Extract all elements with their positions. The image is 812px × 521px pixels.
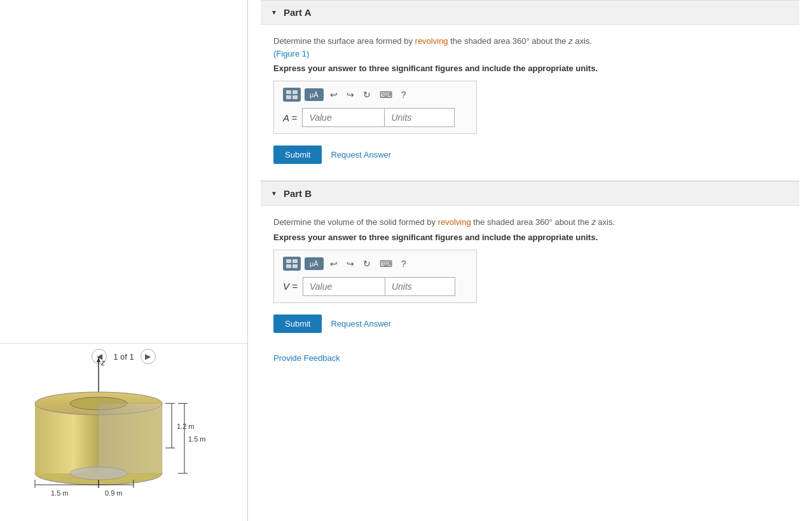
part-a-request-link[interactable]: Request Answer bbox=[331, 150, 391, 159]
svg-rect-2 bbox=[286, 95, 291, 99]
part-b-redo-button[interactable]: ↪ bbox=[344, 257, 357, 270]
part-a-text-1: Determine the surface area formed by rev… bbox=[273, 36, 592, 46]
part-b-text-1: Determine the volume of the solid formed… bbox=[273, 217, 615, 227]
part-a-submit-button[interactable]: Submit bbox=[273, 145, 322, 164]
part-b-request-link[interactable]: Request Answer bbox=[331, 319, 391, 328]
part-a-text-button[interactable]: μÂ bbox=[305, 88, 324, 101]
part-a-instruction: Express your answer to three significant… bbox=[273, 64, 787, 73]
part-b-input-row: V = bbox=[283, 277, 467, 296]
part-b-units-input[interactable] bbox=[385, 277, 455, 296]
part-a-keyboard-button[interactable]: ⌨ bbox=[377, 88, 395, 101]
part-a-header: ▼ Part A bbox=[261, 0, 799, 25]
part-a-content: Determine the surface area formed by rev… bbox=[261, 25, 799, 174]
part-a-answer-box: μÂ ↩ ↪ ↻ ⌨ ? A = bbox=[273, 81, 477, 134]
part-a-value-input[interactable] bbox=[302, 108, 385, 127]
part-b-help-button[interactable]: ? bbox=[399, 257, 409, 270]
part-b-content: Determine the volume of the solid formed… bbox=[261, 206, 799, 343]
matrix-icon bbox=[286, 90, 298, 99]
dim-label-12m: 1.2 m bbox=[177, 423, 195, 430]
part-a-action-row: Submit Request Answer bbox=[273, 145, 787, 164]
part-a-input-row: A = bbox=[283, 108, 467, 127]
part-b-problem-text: Determine the volume of the solid formed… bbox=[273, 216, 787, 229]
part-b-undo-button[interactable]: ↩ bbox=[327, 257, 340, 270]
shaded-section bbox=[99, 403, 162, 473]
matrix-icon-b bbox=[286, 259, 298, 268]
figure-svg: z 1.2 m 1.5 m bbox=[13, 356, 223, 502]
z-axis-arrow bbox=[97, 357, 100, 362]
part-a-refresh-button[interactable]: ↻ bbox=[361, 88, 373, 101]
z-axis-label: z bbox=[100, 358, 106, 367]
part-b-value-input[interactable] bbox=[303, 277, 385, 296]
part-b-submit-button[interactable]: Submit bbox=[273, 315, 322, 333]
part-b-text-button[interactable]: μÂ bbox=[305, 257, 324, 270]
part-b-action-row: Submit Request Answer bbox=[273, 315, 787, 333]
part-a-help-button[interactable]: ? bbox=[399, 88, 409, 101]
svg-rect-0 bbox=[286, 90, 291, 94]
part-a-matrix-button[interactable] bbox=[283, 88, 301, 102]
left-panel: ◀ 1 of 1 ▶ bbox=[0, 0, 248, 521]
part-a-problem-text: Determine the surface area formed by rev… bbox=[273, 35, 787, 60]
dim-label-15m-r: 1.5 m bbox=[51, 489, 69, 497]
part-b-instruction: Express your answer to three significant… bbox=[273, 233, 787, 242]
part-a-units-input[interactable] bbox=[385, 108, 455, 127]
part-a-undo-button[interactable]: ↩ bbox=[327, 88, 340, 101]
part-a-variable-label: A = bbox=[283, 112, 297, 123]
svg-rect-5 bbox=[292, 259, 298, 263]
part-b-variable-label: V = bbox=[283, 281, 298, 292]
part-b-keyboard-button[interactable]: ⌨ bbox=[377, 257, 395, 270]
part-b-title: Part B bbox=[284, 188, 312, 199]
part-a-section: ▼ Part A Determine the surface area form… bbox=[261, 0, 799, 174]
part-b-answer-box: μÂ ↩ ↪ ↻ ⌨ ? V = bbox=[273, 250, 477, 303]
svg-rect-7 bbox=[292, 264, 298, 268]
svg-rect-1 bbox=[292, 90, 298, 94]
part-a-title: Part A bbox=[284, 7, 312, 18]
right-panel: ▼ Part A Determine the surface area form… bbox=[248, 0, 812, 521]
inner-bottom-ellipse bbox=[70, 467, 127, 480]
part-a-redo-button[interactable]: ↪ bbox=[344, 88, 357, 101]
part-b-section: ▼ Part B Determine the volume of the sol… bbox=[261, 181, 799, 343]
figure-area: z 1.2 m 1.5 m bbox=[13, 356, 229, 508]
dim-label-15m-h: 1.5 m bbox=[188, 435, 206, 443]
part-b-toolbar: μÂ ↩ ↪ ↻ ⌨ ? bbox=[283, 257, 467, 271]
part-a-collapse-arrow[interactable]: ▼ bbox=[271, 9, 277, 16]
part-b-matrix-button[interactable] bbox=[283, 257, 301, 271]
svg-rect-3 bbox=[292, 95, 298, 99]
provide-feedback-link[interactable]: Provide Feedback bbox=[261, 353, 799, 363]
figure-1-link[interactable]: (Figure 1) bbox=[273, 49, 309, 58]
part-b-collapse-arrow[interactable]: ▼ bbox=[271, 190, 277, 197]
svg-rect-6 bbox=[286, 264, 291, 268]
part-b-header: ▼ Part B bbox=[261, 181, 799, 206]
dim-label-09m: 0.9 m bbox=[105, 489, 123, 497]
svg-rect-4 bbox=[286, 259, 291, 263]
part-b-refresh-button[interactable]: ↻ bbox=[361, 257, 373, 270]
part-a-toolbar: μÂ ↩ ↪ ↻ ⌨ ? bbox=[283, 88, 467, 102]
